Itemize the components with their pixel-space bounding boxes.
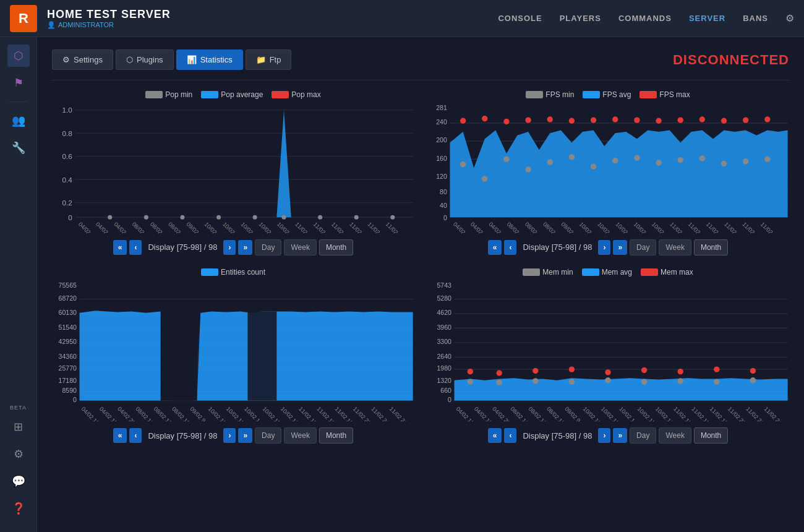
- svg-text:4620: 4620: [437, 309, 451, 316]
- settings-button[interactable]: ⚙ Settings: [52, 49, 113, 70]
- chart1-first-btn[interactable]: «: [113, 240, 127, 255]
- chart1-prev-btn[interactable]: ‹: [129, 240, 142, 255]
- sidebar-beta-label: BETA: [10, 405, 27, 411]
- chart3-day-btn[interactable]: Day: [255, 427, 281, 444]
- svg-point-166: [532, 368, 538, 374]
- sidebar-divider-1: [9, 101, 28, 102]
- nav-console[interactable]: CONSOLE: [498, 14, 542, 23]
- svg-text:0.8: 0.8: [62, 129, 72, 137]
- svg-text:68720: 68720: [59, 294, 77, 302]
- sidebar-icon-puzzle[interactable]: ⬡: [7, 45, 30, 67]
- settings-icon: ⚙: [62, 55, 70, 64]
- chart2-prev-btn[interactable]: ‹: [504, 240, 516, 255]
- svg-point-78: [612, 158, 618, 163]
- chart4-first-btn[interactable]: «: [488, 428, 502, 443]
- chart-memory: Mem min Mem avg Mem max 5743 5280 4620 3…: [427, 268, 789, 444]
- svg-text:0.6: 0.6: [62, 152, 72, 160]
- sidebar-icon-flag[interactable]: ⚑: [7, 72, 30, 94]
- svg-text:0.4: 0.4: [62, 176, 73, 184]
- chart3-last-btn[interactable]: »: [238, 428, 252, 443]
- chart1-last-btn[interactable]: »: [238, 240, 252, 255]
- chart4-container: 5743 5280 4620 3960 3300 2640 1980 1320 …: [427, 280, 789, 422]
- nav-commands[interactable]: COMMANDS: [618, 14, 672, 23]
- sidebar-icon-help[interactable]: ❓: [7, 497, 30, 520]
- charts-grid: Pop min Pop average Pop max 1.0 0.8 0.6 …: [52, 90, 789, 444]
- chart4-last-btn[interactable]: »: [613, 428, 627, 443]
- chart4-day-btn[interactable]: Day: [630, 427, 656, 444]
- chart2-last-btn[interactable]: »: [613, 240, 627, 255]
- connection-status: DISCONNECTED: [673, 52, 789, 68]
- chart4-week-btn[interactable]: Week: [659, 427, 691, 444]
- chart1-day-btn[interactable]: Day: [255, 239, 281, 255]
- svg-point-167: [569, 366, 575, 372]
- svg-point-20: [354, 215, 359, 220]
- svg-point-75: [547, 159, 553, 165]
- statistics-button[interactable]: 📊 Statistics: [176, 49, 243, 70]
- chart2-week-btn[interactable]: Week: [659, 239, 691, 255]
- svg-point-64: [634, 117, 639, 122]
- topnav-links: CONSOLE PLAYERS COMMANDS SERVER BANS ⚙: [498, 12, 794, 24]
- chart1-next-btn[interactable]: ›: [223, 240, 236, 255]
- nav-server[interactable]: SERVER: [689, 14, 725, 23]
- nav-bans[interactable]: BANS: [743, 14, 768, 23]
- topnav-settings-icon[interactable]: ⚙: [785, 12, 794, 24]
- chart1-month-btn[interactable]: Month: [319, 239, 353, 255]
- svg-point-84: [743, 158, 748, 164]
- svg-point-74: [525, 166, 531, 172]
- svg-text:11/02 21:00: 11/02 21:00: [388, 406, 414, 422]
- chart4-svg: 5743 5280 4620 3960 3300 2640 1980 1320 …: [427, 280, 789, 422]
- chart1-week-btn[interactable]: Week: [284, 239, 316, 255]
- svg-point-176: [569, 379, 575, 384]
- chart2-day-btn[interactable]: Day: [630, 239, 656, 255]
- svg-point-69: [743, 117, 748, 122]
- svg-text:240: 240: [436, 118, 447, 126]
- chart3-month-btn[interactable]: Month: [319, 427, 353, 444]
- plugins-button[interactable]: ⬡ Plugins: [116, 49, 174, 70]
- svg-point-73: [503, 157, 509, 162]
- chart3-next-btn[interactable]: ›: [223, 428, 236, 443]
- chart1-container: 1.0 0.8 0.6 0.4 0.2 0: [52, 103, 414, 233]
- svg-marker-163: [455, 378, 788, 400]
- sidebar-icon-discord[interactable]: 💬: [7, 470, 30, 492]
- sidebar-icon-users[interactable]: 👥: [7, 109, 30, 132]
- svg-text:17180: 17180: [59, 377, 77, 384]
- svg-point-83: [721, 161, 727, 166]
- chart2-first-btn[interactable]: «: [488, 240, 502, 255]
- svg-point-171: [714, 366, 719, 372]
- chart2-next-btn[interactable]: ›: [598, 240, 610, 255]
- chart2-container: 281 240 200 160 120 80 40 0: [427, 103, 789, 233]
- nav-players[interactable]: PLAYERS: [560, 14, 601, 23]
- chart3-first-btn[interactable]: «: [113, 428, 127, 443]
- svg-text:3300: 3300: [437, 338, 451, 345]
- chart4-month-btn[interactable]: Month: [694, 427, 728, 444]
- svg-point-17: [253, 215, 257, 220]
- sidebar-icon-tools[interactable]: 🔧: [7, 137, 30, 159]
- svg-point-164: [468, 369, 473, 374]
- svg-text:0: 0: [73, 396, 77, 403]
- svg-point-173: [468, 379, 473, 384]
- svg-text:42950: 42950: [59, 338, 77, 345]
- sidebar-icon-grid[interactable]: ⊞: [7, 416, 30, 438]
- svg-text:0: 0: [68, 213, 72, 221]
- svg-text:120: 120: [436, 173, 447, 180]
- sidebar-icon-settings[interactable]: ⚙: [7, 443, 30, 465]
- ftp-icon: 📁: [256, 55, 266, 64]
- svg-point-79: [634, 155, 639, 160]
- svg-text:5280: 5280: [437, 294, 451, 302]
- chart1-display-label: Display [75-98] / 98: [144, 242, 221, 252]
- chart2-month-btn[interactable]: Month: [694, 239, 728, 255]
- svg-marker-125: [161, 311, 197, 400]
- svg-point-165: [497, 370, 502, 375]
- svg-point-177: [605, 377, 610, 383]
- svg-point-70: [764, 116, 770, 122]
- section-divider: [52, 80, 789, 80]
- ftp-button[interactable]: 📁 Ftp: [246, 49, 292, 70]
- chart4-next-btn[interactable]: ›: [598, 428, 610, 443]
- svg-text:281: 281: [436, 104, 447, 111]
- chart1-svg: 1.0 0.8 0.6 0.4 0.2 0: [52, 103, 414, 233]
- chart4-display-label: Display [75-98] / 98: [519, 431, 596, 440]
- chart3-week-btn[interactable]: Week: [284, 427, 316, 444]
- chart4-prev-btn[interactable]: ‹: [504, 428, 516, 443]
- chart1-legend: Pop min Pop average Pop max: [52, 90, 414, 99]
- chart3-prev-btn[interactable]: ‹: [129, 428, 142, 443]
